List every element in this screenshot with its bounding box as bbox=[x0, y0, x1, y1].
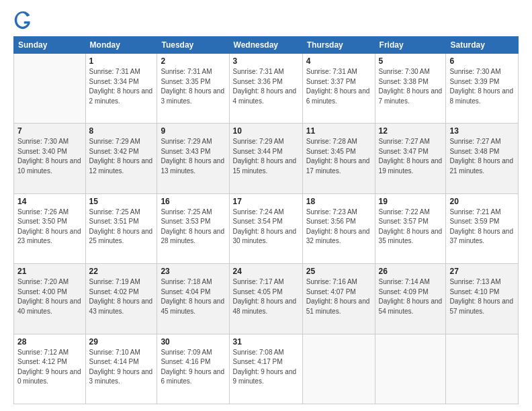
calendar-day-cell: 19Sunrise: 7:22 AM Sunset: 3:57 PM Dayli… bbox=[375, 193, 446, 263]
day-detail: Sunrise: 7:30 AM Sunset: 3:40 PM Dayligh… bbox=[17, 137, 82, 176]
day-number: 21 bbox=[17, 267, 82, 276]
logo-icon bbox=[13, 11, 32, 30]
day-number: 6 bbox=[449, 56, 515, 66]
day-detail: Sunrise: 7:25 AM Sunset: 3:53 PM Dayligh… bbox=[161, 208, 225, 246]
day-number: 18 bbox=[306, 197, 371, 206]
day-detail: Sunrise: 7:21 AM Sunset: 3:59 PM Dayligh… bbox=[449, 208, 515, 246]
day-detail: Sunrise: 7:30 AM Sunset: 3:38 PM Dayligh… bbox=[379, 67, 443, 106]
day-detail: Sunrise: 7:20 AM Sunset: 4:00 PM Dayligh… bbox=[17, 277, 82, 316]
day-number: 11 bbox=[306, 126, 371, 136]
day-detail: Sunrise: 7:27 AM Sunset: 3:47 PM Dayligh… bbox=[379, 137, 443, 176]
day-number: 10 bbox=[233, 126, 299, 136]
calendar-day-cell: 25Sunrise: 7:16 AM Sunset: 4:07 PM Dayli… bbox=[302, 264, 375, 334]
day-number: 23 bbox=[161, 267, 225, 276]
day-detail: Sunrise: 7:14 AM Sunset: 4:09 PM Dayligh… bbox=[379, 277, 443, 316]
calendar-day-cell: 24Sunrise: 7:17 AM Sunset: 4:05 PM Dayli… bbox=[229, 264, 302, 334]
day-number: 30 bbox=[161, 337, 225, 347]
day-detail: Sunrise: 7:27 AM Sunset: 3:48 PM Dayligh… bbox=[449, 137, 515, 176]
calendar-day-cell: 18Sunrise: 7:23 AM Sunset: 3:56 PM Dayli… bbox=[302, 193, 375, 263]
calendar-day-cell: 22Sunrise: 7:19 AM Sunset: 4:02 PM Dayli… bbox=[85, 264, 157, 334]
day-detail: Sunrise: 7:28 AM Sunset: 3:45 PM Dayligh… bbox=[306, 137, 371, 176]
day-number: 8 bbox=[89, 126, 154, 136]
day-number: 24 bbox=[233, 267, 299, 276]
day-number: 3 bbox=[233, 56, 299, 66]
day-detail: Sunrise: 7:22 AM Sunset: 3:57 PM Dayligh… bbox=[379, 208, 443, 246]
weekday-header: Tuesday bbox=[157, 37, 229, 54]
calendar-day-cell: 26Sunrise: 7:14 AM Sunset: 4:09 PM Dayli… bbox=[375, 264, 446, 334]
day-detail: Sunrise: 7:12 AM Sunset: 4:12 PM Dayligh… bbox=[17, 348, 82, 387]
calendar-day-cell: 28Sunrise: 7:12 AM Sunset: 4:12 PM Dayli… bbox=[14, 334, 86, 404]
day-detail: Sunrise: 7:16 AM Sunset: 4:07 PM Dayligh… bbox=[306, 277, 371, 316]
calendar-day-cell: 9Sunrise: 7:29 AM Sunset: 3:43 PM Daylig… bbox=[157, 124, 229, 193]
calendar-day-cell bbox=[446, 334, 519, 404]
day-number: 22 bbox=[89, 267, 154, 276]
day-number: 1 bbox=[89, 56, 154, 66]
calendar-day-cell: 21Sunrise: 7:20 AM Sunset: 4:00 PM Dayli… bbox=[14, 264, 86, 334]
day-number: 20 bbox=[449, 197, 515, 206]
day-number: 16 bbox=[161, 197, 225, 206]
calendar-day-cell: 20Sunrise: 7:21 AM Sunset: 3:59 PM Dayli… bbox=[446, 193, 519, 263]
calendar-day-cell: 27Sunrise: 7:13 AM Sunset: 4:10 PM Dayli… bbox=[446, 264, 519, 334]
calendar-day-cell: 4Sunrise: 7:31 AM Sunset: 3:37 PM Daylig… bbox=[302, 54, 375, 124]
weekday-header: Friday bbox=[375, 37, 446, 54]
day-detail: Sunrise: 7:18 AM Sunset: 4:04 PM Dayligh… bbox=[161, 277, 225, 316]
calendar-table: SundayMondayTuesdayWednesdayThursdayFrid… bbox=[13, 36, 519, 404]
calendar-day-cell: 13Sunrise: 7:27 AM Sunset: 3:48 PM Dayli… bbox=[446, 124, 519, 193]
day-number: 28 bbox=[17, 337, 82, 347]
calendar-day-cell: 15Sunrise: 7:25 AM Sunset: 3:51 PM Dayli… bbox=[85, 193, 157, 263]
day-number: 12 bbox=[379, 126, 443, 136]
day-number: 19 bbox=[379, 197, 443, 206]
day-detail: Sunrise: 7:24 AM Sunset: 3:54 PM Dayligh… bbox=[233, 208, 299, 246]
calendar-day-cell: 2Sunrise: 7:31 AM Sunset: 3:35 PM Daylig… bbox=[157, 54, 229, 124]
calendar-day-cell bbox=[14, 54, 86, 124]
day-detail: Sunrise: 7:25 AM Sunset: 3:51 PM Dayligh… bbox=[89, 208, 154, 246]
header bbox=[13, 11, 519, 30]
calendar-week-row: 1Sunrise: 7:31 AM Sunset: 3:34 PM Daylig… bbox=[14, 54, 519, 124]
logo bbox=[13, 11, 34, 30]
day-number: 15 bbox=[89, 197, 154, 206]
day-detail: Sunrise: 7:17 AM Sunset: 4:05 PM Dayligh… bbox=[233, 277, 299, 316]
calendar-day-cell: 3Sunrise: 7:31 AM Sunset: 3:36 PM Daylig… bbox=[229, 54, 302, 124]
day-detail: Sunrise: 7:19 AM Sunset: 4:02 PM Dayligh… bbox=[89, 277, 154, 316]
calendar-day-cell: 5Sunrise: 7:30 AM Sunset: 3:38 PM Daylig… bbox=[375, 54, 446, 124]
day-detail: Sunrise: 7:29 AM Sunset: 3:44 PM Dayligh… bbox=[233, 137, 299, 176]
day-number: 26 bbox=[379, 267, 443, 276]
day-number: 29 bbox=[89, 337, 154, 347]
calendar-week-row: 21Sunrise: 7:20 AM Sunset: 4:00 PM Dayli… bbox=[14, 264, 519, 334]
calendar-header-row: SundayMondayTuesdayWednesdayThursdayFrid… bbox=[14, 37, 519, 54]
weekday-header: Saturday bbox=[446, 37, 519, 54]
day-detail: Sunrise: 7:23 AM Sunset: 3:56 PM Dayligh… bbox=[306, 208, 371, 246]
calendar-day-cell: 31Sunrise: 7:08 AM Sunset: 4:17 PM Dayli… bbox=[229, 334, 302, 404]
day-detail: Sunrise: 7:13 AM Sunset: 4:10 PM Dayligh… bbox=[449, 277, 515, 316]
day-number: 14 bbox=[17, 197, 82, 206]
day-number: 4 bbox=[306, 56, 371, 66]
day-detail: Sunrise: 7:29 AM Sunset: 3:43 PM Dayligh… bbox=[161, 137, 225, 176]
calendar-day-cell: 17Sunrise: 7:24 AM Sunset: 3:54 PM Dayli… bbox=[229, 193, 302, 263]
day-detail: Sunrise: 7:31 AM Sunset: 3:34 PM Dayligh… bbox=[89, 67, 154, 106]
calendar-day-cell: 7Sunrise: 7:30 AM Sunset: 3:40 PM Daylig… bbox=[14, 124, 86, 193]
day-detail: Sunrise: 7:29 AM Sunset: 3:42 PM Dayligh… bbox=[89, 137, 154, 176]
calendar-week-row: 7Sunrise: 7:30 AM Sunset: 3:40 PM Daylig… bbox=[14, 124, 519, 193]
calendar-day-cell bbox=[375, 334, 446, 404]
page: SundayMondayTuesdayWednesdayThursdayFrid… bbox=[0, 0, 532, 411]
weekday-header: Sunday bbox=[14, 37, 86, 54]
calendar-day-cell: 11Sunrise: 7:28 AM Sunset: 3:45 PM Dayli… bbox=[302, 124, 375, 193]
day-detail: Sunrise: 7:31 AM Sunset: 3:37 PM Dayligh… bbox=[306, 67, 371, 106]
day-detail: Sunrise: 7:08 AM Sunset: 4:17 PM Dayligh… bbox=[233, 348, 299, 387]
calendar-day-cell: 23Sunrise: 7:18 AM Sunset: 4:04 PM Dayli… bbox=[157, 264, 229, 334]
calendar-day-cell: 1Sunrise: 7:31 AM Sunset: 3:34 PM Daylig… bbox=[85, 54, 157, 124]
day-number: 9 bbox=[161, 126, 225, 136]
calendar-day-cell: 8Sunrise: 7:29 AM Sunset: 3:42 PM Daylig… bbox=[85, 124, 157, 193]
calendar-day-cell: 10Sunrise: 7:29 AM Sunset: 3:44 PM Dayli… bbox=[229, 124, 302, 193]
day-detail: Sunrise: 7:26 AM Sunset: 3:50 PM Dayligh… bbox=[17, 208, 82, 246]
weekday-header: Wednesday bbox=[229, 37, 302, 54]
day-detail: Sunrise: 7:09 AM Sunset: 4:16 PM Dayligh… bbox=[161, 348, 225, 387]
weekday-header: Thursday bbox=[302, 37, 375, 54]
calendar-week-row: 28Sunrise: 7:12 AM Sunset: 4:12 PM Dayli… bbox=[14, 334, 519, 404]
calendar-day-cell: 6Sunrise: 7:30 AM Sunset: 3:39 PM Daylig… bbox=[446, 54, 519, 124]
calendar-day-cell: 16Sunrise: 7:25 AM Sunset: 3:53 PM Dayli… bbox=[157, 193, 229, 263]
calendar-day-cell: 30Sunrise: 7:09 AM Sunset: 4:16 PM Dayli… bbox=[157, 334, 229, 404]
day-detail: Sunrise: 7:10 AM Sunset: 4:14 PM Dayligh… bbox=[89, 348, 154, 387]
calendar-day-cell: 14Sunrise: 7:26 AM Sunset: 3:50 PM Dayli… bbox=[14, 193, 86, 263]
calendar-day-cell: 12Sunrise: 7:27 AM Sunset: 3:47 PM Dayli… bbox=[375, 124, 446, 193]
